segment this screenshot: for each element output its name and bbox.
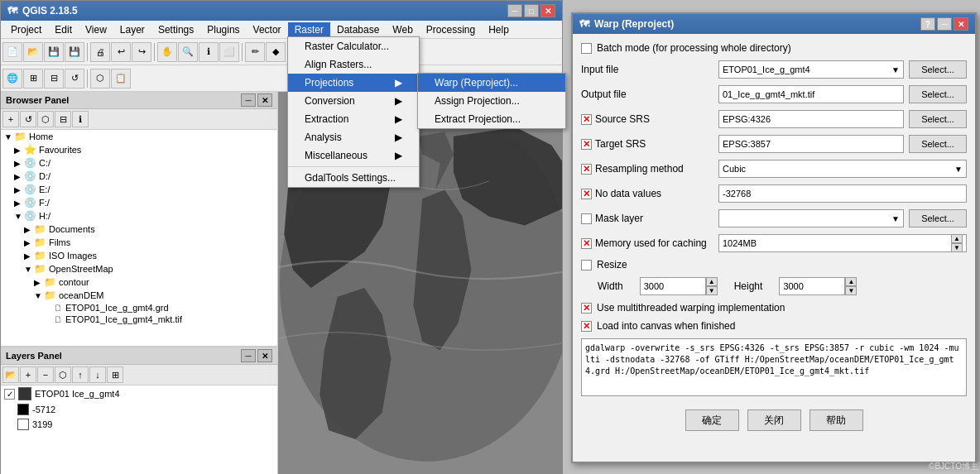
mask-layer-browse[interactable]: Select...: [909, 209, 967, 227]
tree-file-grd[interactable]: 🗋 ETOP01_Ice_g_gmt4.grd: [1, 302, 277, 314]
browser-panel-close[interactable]: ✕: [257, 93, 272, 107]
menu-database[interactable]: Database: [330, 22, 386, 37]
load-canvas-checkbox[interactable]: [581, 321, 592, 332]
tree-home[interactable]: ▼ 📁 Home: [1, 130, 277, 143]
multithreaded-checkbox[interactable]: [581, 303, 592, 314]
layer-checkbox-etop[interactable]: ✓: [4, 389, 15, 400]
menu-view[interactable]: View: [79, 22, 113, 37]
tree-documents[interactable]: ▶ 📁 Documents: [1, 223, 277, 236]
browser-panel-collapse[interactable]: ─: [241, 93, 256, 107]
menu-extraction[interactable]: Extraction ▶: [288, 110, 419, 128]
menu-gdaltools-settings[interactable]: GdalTools Settings...: [288, 169, 419, 187]
close-button[interactable]: ✕: [540, 4, 555, 17]
tree-f-drive[interactable]: ▶ 💿 F:/: [1, 196, 277, 209]
resampling-select[interactable]: Cubic ▼: [718, 160, 967, 178]
attr-table-button[interactable]: 📋: [111, 69, 131, 89]
zoom-full-button[interactable]: 🌐: [2, 69, 22, 89]
layers-filter-btn[interactable]: ⬡: [55, 366, 71, 383]
open-project-button[interactable]: 📂: [23, 42, 43, 62]
menu-web[interactable]: Web: [386, 22, 419, 37]
new-project-button[interactable]: 📄: [2, 42, 22, 62]
menu-project[interactable]: Project: [4, 22, 48, 37]
layers-down-btn[interactable]: ↓: [89, 366, 106, 383]
resampling-checkbox[interactable]: [581, 164, 592, 175]
minimize-button[interactable]: ─: [507, 4, 522, 17]
browser-collapse-btn[interactable]: ⊟: [55, 111, 71, 127]
menu-extract-projection[interactable]: Extract Projection...: [418, 110, 565, 128]
input-file-select[interactable]: ETOP01_Ice_g_gmt4 ▼: [718, 60, 904, 79]
menu-help[interactable]: Help: [482, 22, 516, 37]
target-srs-checkbox[interactable]: [581, 139, 592, 150]
redo-button[interactable]: ↪: [132, 42, 151, 62]
undo-button[interactable]: ↩: [111, 42, 131, 62]
menu-layer[interactable]: Layer: [113, 22, 151, 37]
save-as-button[interactable]: 💾: [65, 42, 84, 62]
help-button[interactable]: 帮助: [809, 409, 863, 431]
height-down[interactable]: ▼: [845, 286, 857, 295]
menu-assign-projection[interactable]: Assign Projection...: [418, 92, 565, 110]
tree-openstreetmap[interactable]: ▼ 📁 OpenStreetMap: [1, 262, 277, 275]
zoom-in-button[interactable]: 🔍: [178, 42, 198, 62]
layers-panel-collapse[interactable]: ─: [241, 349, 256, 362]
mask-layer-checkbox[interactable]: [581, 213, 592, 224]
menu-analysis[interactable]: Analysis ▶: [288, 128, 419, 146]
menu-plugins[interactable]: Plugins: [200, 22, 246, 37]
memory-select[interactable]: 1024MB ▲ ▼: [718, 234, 967, 252]
refresh-button[interactable]: ↺: [65, 69, 84, 89]
node-button[interactable]: ◆: [266, 42, 286, 62]
zoom-layer-button[interactable]: ⊞: [23, 69, 43, 89]
tree-contour[interactable]: ▶ 📁 contour: [1, 275, 277, 289]
layers-up-btn[interactable]: ↑: [72, 366, 89, 383]
maximize-button[interactable]: □: [524, 4, 539, 17]
tree-e-drive[interactable]: ▶ 💿 E:/: [1, 183, 277, 196]
menu-raster-calculator[interactable]: Raster Calculator...: [288, 37, 419, 55]
select-button[interactable]: ⬜: [219, 42, 239, 62]
layer-item-etop[interactable]: ✓ ETOP01 Ice_g_gmt4: [1, 385, 277, 402]
resize-checkbox[interactable]: [581, 260, 592, 271]
menu-align-rasters[interactable]: Align Rasters...: [288, 55, 419, 74]
nodata-checkbox[interactable]: [581, 189, 592, 199]
memory-down[interactable]: ▼: [951, 243, 963, 252]
close-dialog-button[interactable]: 关闭: [747, 409, 801, 431]
identify-button[interactable]: ℹ: [199, 42, 219, 62]
tree-favourites[interactable]: ▶ ⭐ Favourites: [1, 143, 277, 156]
tree-oceandem[interactable]: ▼ 📁 oceanDEM: [1, 289, 277, 302]
nodata-input[interactable]: -32768: [718, 184, 967, 203]
layer-item-3199[interactable]: 3199: [1, 417, 277, 432]
layers-panel-close[interactable]: ✕: [257, 349, 272, 362]
height-up[interactable]: ▲: [845, 277, 857, 286]
ok-button[interactable]: 确定: [685, 409, 739, 431]
tree-h-drive[interactable]: ▼ 💿 H:/: [1, 209, 277, 223]
layer-item-5712[interactable]: -5712: [1, 402, 277, 417]
browser-refresh-btn[interactable]: ↺: [20, 111, 36, 127]
menu-vector[interactable]: Vector: [247, 22, 288, 37]
zoom-selection-button[interactable]: ⊟: [44, 69, 64, 89]
layers-open-btn[interactable]: 📂: [2, 366, 19, 383]
mask-layer-select[interactable]: ▼: [718, 209, 904, 227]
dialog-help-btn[interactable]: ?: [920, 17, 935, 31]
memory-up[interactable]: ▲: [951, 234, 963, 243]
menu-raster[interactable]: Raster: [288, 22, 330, 37]
width-down[interactable]: ▼: [706, 286, 718, 295]
layers-add-btn[interactable]: +: [20, 366, 36, 383]
pan-button[interactable]: ✋: [157, 42, 177, 62]
menu-projections[interactable]: Projections ▶: [288, 74, 419, 92]
menu-settings[interactable]: Settings: [151, 22, 200, 37]
digitize-button[interactable]: ✏: [245, 42, 265, 62]
target-srs-input[interactable]: EPSG:3857: [718, 135, 904, 153]
menu-conversion[interactable]: Conversion ▶: [288, 92, 419, 110]
output-file-input[interactable]: 01_Ice_g_gmt4_mkt.tif: [718, 85, 904, 103]
tree-file-tif[interactable]: 🗋 ETOP01_Ice_g_gmt4_mkt.tif: [1, 314, 277, 325]
batch-mode-checkbox[interactable]: [581, 43, 592, 54]
dialog-minimize-btn[interactable]: ─: [937, 17, 952, 31]
target-srs-browse[interactable]: Select...: [909, 135, 967, 153]
source-srs-checkbox[interactable]: [581, 114, 592, 125]
source-srs-browse[interactable]: Select...: [909, 110, 967, 128]
save-project-button[interactable]: 💾: [44, 42, 64, 62]
menu-warp-reproject[interactable]: Warp (Reproject)...: [418, 74, 565, 92]
tree-d-drive[interactable]: ▶ 💿 D:/: [1, 170, 277, 183]
tree-c-drive[interactable]: ▶ 💿 C:/: [1, 156, 277, 170]
tree-iso-images[interactable]: ▶ 📁 ISO Images: [1, 249, 277, 262]
source-srs-input[interactable]: EPSG:4326: [718, 110, 904, 128]
browser-expand-btn[interactable]: ℹ: [72, 111, 89, 127]
